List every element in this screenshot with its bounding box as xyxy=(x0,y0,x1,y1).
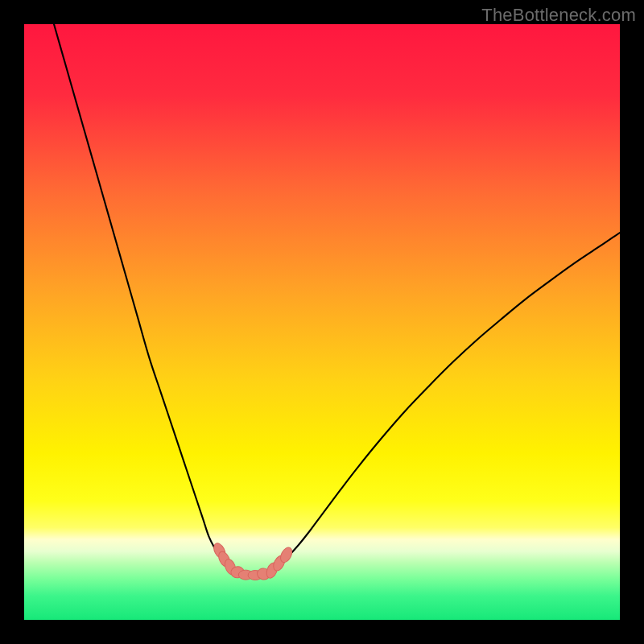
watermark-text: TheBottleneck.com xyxy=(481,5,636,26)
bottleneck-curve-chart xyxy=(24,24,620,620)
plot-area xyxy=(24,24,620,620)
gradient-background xyxy=(24,24,620,620)
chart-frame: TheBottleneck.com xyxy=(0,0,644,644)
